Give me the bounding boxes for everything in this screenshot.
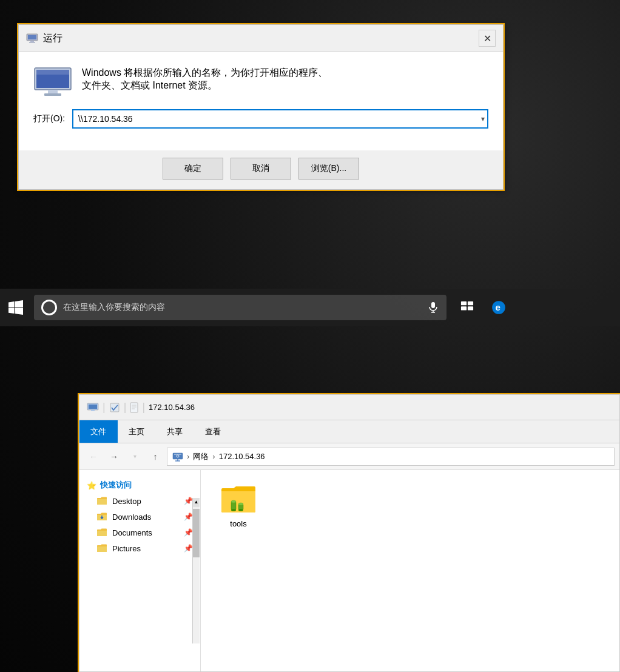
- run-dialog-desc-line1: Windows 将根据你所输入的名称，为你打开相应的程序、: [82, 67, 328, 79]
- run-dialog-description: Windows 将根据你所输入的名称，为你打开相应的程序、 文件夹、文档或 In…: [82, 67, 328, 92]
- sidebar-quick-access: ⭐ 快速访问 Desktop 📌: [79, 475, 200, 559]
- nav-forward-button[interactable]: →: [105, 448, 123, 466]
- run-open-label: 打开(O):: [33, 113, 65, 124]
- run-cancel-button[interactable]: 取消: [231, 158, 291, 180]
- sidebar-item-desktop-label: Desktop: [112, 497, 141, 506]
- svg-rect-20: [91, 410, 95, 411]
- ribbon-tab-share-label: 共享: [167, 426, 183, 437]
- explorer-check-icon: [109, 402, 120, 413]
- run-dialog-title-text: 运行: [43, 32, 62, 45]
- svg-rect-7: [48, 90, 58, 93]
- ribbon-tab-file-label: 文件: [90, 426, 106, 437]
- folder-tools[interactable]: tools: [208, 477, 269, 533]
- svg-rect-26: [173, 453, 183, 459]
- taskbar-mic-icon[interactable]: [427, 301, 439, 314]
- run-input-field[interactable]: [72, 109, 488, 129]
- run-dialog-close-button[interactable]: ✕: [479, 30, 496, 47]
- sidebar-quick-access-label: 快速访问: [100, 480, 132, 491]
- svg-rect-3: [29, 42, 35, 43]
- desktop-folder-icon: [96, 496, 107, 506]
- desktop-pin-icon: 📌: [184, 497, 193, 505]
- run-dialog-body: Windows 将根据你所输入的名称，为你打开相应的程序、 文件夹、文档或 In…: [19, 52, 503, 150]
- title-separator-2: |: [124, 401, 127, 414]
- nav-up-button[interactable]: ↑: [146, 448, 164, 466]
- svg-point-34: [238, 503, 243, 505]
- ribbon-tab-file[interactable]: 文件: [79, 420, 118, 443]
- nav-recent-button[interactable]: ▾: [126, 448, 144, 466]
- explorer-page-icon: [130, 402, 138, 413]
- downloads-pin-icon: 📌: [184, 512, 193, 521]
- svg-rect-6: [36, 70, 69, 75]
- sidebar-item-desktop[interactable]: Desktop 📌: [79, 493, 200, 509]
- navigation-bar: ← → ▾ ↑ › 网络 › 172.10.54.36: [79, 443, 619, 470]
- taskbar-search-bar[interactable]: 在这里输入你要搜索的内容: [34, 295, 446, 320]
- title-separator-1: |: [103, 401, 106, 414]
- sidebar: ▲ ⭐ 快速访问 Desktop 📌: [79, 470, 201, 671]
- address-arrow-1: ›: [187, 452, 189, 461]
- explorer-window-icon: [87, 403, 99, 412]
- taskbar-system-icons: e: [446, 294, 519, 321]
- svg-text:e: e: [496, 302, 500, 312]
- run-dialog-icon: [26, 33, 38, 43]
- sidebar-item-pictures[interactable]: Pictures 📌: [79, 540, 200, 556]
- main-content-area: tools: [201, 470, 619, 671]
- ribbon-tab-view[interactable]: 查看: [194, 420, 232, 443]
- cortana-search-circle-icon: [41, 300, 57, 315]
- run-dialog-desc-line2: 文件夹、文档或 Internet 资源。: [82, 79, 328, 92]
- ribbon-tabs: 文件 主页 共享 查看: [79, 420, 619, 443]
- pictures-pin-icon: 📌: [184, 544, 193, 553]
- taskbar-search-placeholder: 在这里输入你要搜索的内容: [63, 302, 421, 313]
- svg-point-32: [231, 500, 236, 503]
- explorer-title-text: 172.10.54.36: [149, 403, 195, 412]
- downloads-folder-icon: [96, 512, 107, 522]
- explorer-content: ▲ ⭐ 快速访问 Desktop 📌: [79, 470, 619, 671]
- edge-browser-button[interactable]: e: [485, 294, 512, 321]
- ribbon-tab-share[interactable]: 共享: [156, 420, 194, 443]
- scrollbar-up-btn[interactable]: ▲: [193, 498, 200, 506]
- run-input-wrapper: ▾: [72, 109, 488, 129]
- svg-rect-14: [461, 306, 467, 310]
- ribbon-tab-view-label: 查看: [205, 426, 221, 437]
- ribbon-tab-home[interactable]: 主页: [118, 420, 156, 443]
- address-bar[interactable]: › 网络 › 172.10.54.36: [167, 448, 615, 466]
- address-arrow-2: ›: [212, 452, 215, 461]
- nav-back-button[interactable]: ←: [84, 448, 103, 466]
- svg-point-35: [231, 509, 236, 511]
- sidebar-item-documents-label: Documents: [112, 528, 152, 537]
- sidebar-scrollbar-track: ▲: [192, 498, 200, 643]
- tools-folder-icon: [220, 482, 257, 516]
- windows-logo-icon: [8, 300, 23, 315]
- sidebar-item-pictures-label: Pictures: [112, 544, 141, 553]
- sidebar-item-documents[interactable]: Documents 📌: [79, 525, 200, 540]
- explorer-title-icons: | | | 172.10.54.36: [87, 401, 195, 414]
- quick-access-star-icon: ⭐: [87, 481, 96, 490]
- run-dialog-footer: 确定 取消 浏览(B)...: [19, 150, 503, 189]
- documents-folder-icon: [96, 528, 107, 537]
- svg-rect-9: [431, 302, 435, 308]
- scrollbar-thumb[interactable]: [193, 509, 200, 557]
- taskbar: 在这里输入你要搜索的内容 e: [0, 289, 620, 326]
- documents-pin-icon: 📌: [184, 528, 193, 537]
- task-view-button[interactable]: [454, 294, 480, 321]
- run-dialog-description-row: Windows 将根据你所输入的名称，为你打开相应的程序、 文件夹、文档或 In…: [33, 67, 488, 97]
- ribbon-tab-home-label: 主页: [129, 426, 144, 437]
- svg-point-36: [238, 509, 243, 511]
- svg-rect-2: [30, 41, 34, 42]
- svg-rect-15: [468, 306, 473, 310]
- sidebar-quick-access-header[interactable]: ⭐ 快速访问: [79, 477, 200, 493]
- sidebar-item-downloads-label: Downloads: [112, 512, 151, 522]
- run-browse-button[interactable]: 浏览(B)...: [298, 158, 359, 180]
- explorer-titlebar: | | | 172.10.54.36: [79, 395, 619, 420]
- file-explorer: | | | 172.10.54.36 文件 主页 共享: [79, 394, 620, 672]
- taskbar-start-button[interactable]: [0, 289, 32, 326]
- run-ok-button[interactable]: 确定: [163, 158, 223, 180]
- sidebar-item-downloads[interactable]: Downloads 📌: [79, 509, 200, 525]
- folder-tools-label: tools: [230, 519, 246, 528]
- run-open-row: 打开(O): ▾: [33, 109, 488, 129]
- svg-rect-12: [461, 301, 467, 305]
- svg-rect-1: [28, 35, 36, 39]
- svg-rect-13: [468, 301, 473, 305]
- svg-rect-8: [44, 93, 61, 96]
- run-dialog: 运行 ✕ Windows 将根据你所输入的名称，为你打开相应的程序、 文件夹、文…: [18, 24, 504, 190]
- run-dialog-titlebar: 运行 ✕: [19, 25, 503, 52]
